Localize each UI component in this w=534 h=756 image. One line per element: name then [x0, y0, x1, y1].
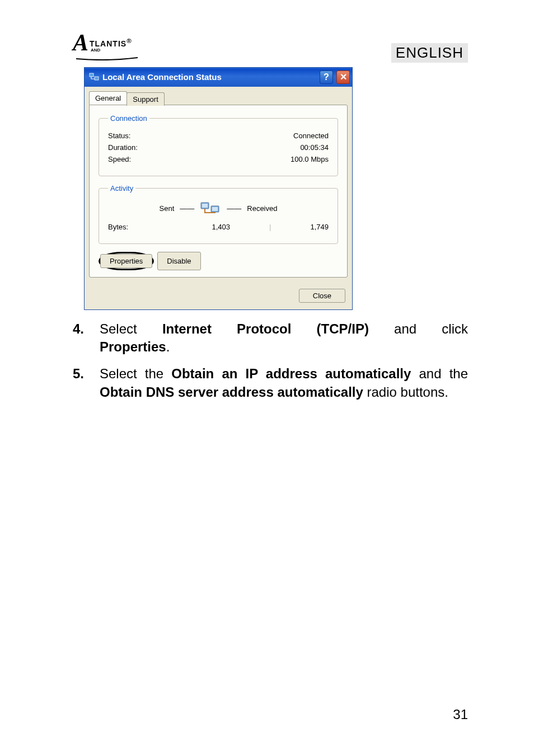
tab-body: Connection Status: Connected Duration: 0…	[89, 105, 348, 278]
dialog-title: Local Area Connection Status	[102, 72, 222, 82]
sent-label: Sent	[160, 204, 175, 213]
activity-legend: Activity	[108, 184, 135, 192]
svg-rect-1	[95, 77, 99, 80]
received-label: Received	[247, 204, 277, 213]
duration-label: Duration:	[108, 143, 138, 152]
titlebar[interactable]: Local Area Connection Status ? ✕	[85, 68, 352, 87]
close-icon-button[interactable]: ✕	[336, 71, 350, 84]
duration-value: 00:05:34	[300, 143, 329, 152]
help-button[interactable]: ?	[320, 71, 333, 84]
instruction-text: Select Internet Protocol (TCP/IP) and cl…	[100, 320, 468, 356]
activity-group: Activity Sent —— —— Received Bytes:	[99, 184, 338, 244]
connection-legend: Connection	[108, 114, 149, 123]
page-header: A TLANTIS® AND ENGLISH	[73, 34, 468, 63]
language-badge: ENGLISH	[391, 43, 468, 63]
close-button[interactable]: Close	[299, 289, 345, 303]
button-row: Properties Disable	[99, 252, 338, 270]
tab-strip: General Support	[89, 91, 348, 105]
speed-row: Speed: 100.0 Mbps	[108, 155, 329, 163]
logo-text: TLANTIS®	[90, 39, 132, 48]
activity-dash-icon: ——	[180, 204, 194, 213]
close-row: Close	[85, 283, 352, 309]
instruction-number: 5.	[73, 365, 86, 401]
logo: A TLANTIS® AND	[73, 34, 138, 63]
bytes-sent-value: 1,403	[212, 223, 231, 231]
network-icon	[89, 72, 99, 82]
activity-dash-icon: ——	[227, 204, 241, 213]
status-value: Connected	[293, 132, 329, 140]
bytes-received-value: 1,749	[310, 223, 329, 231]
divider-icon: |	[269, 223, 271, 231]
svg-rect-5	[212, 207, 218, 211]
logo-underline-icon	[76, 57, 138, 60]
properties-button[interactable]: Properties	[100, 254, 152, 268]
highlight-circle-icon: Properties	[99, 252, 154, 270]
computers-icon	[200, 200, 221, 217]
connection-status-dialog: Local Area Connection Status ? ✕ General…	[84, 67, 353, 310]
instruction-4: 4. Select Internet Protocol (TCP/IP) and…	[73, 320, 468, 356]
status-label: Status:	[108, 132, 130, 140]
tab-general[interactable]: General	[89, 91, 127, 105]
status-row: Status: Connected	[108, 132, 329, 140]
bytes-label: Bytes:	[108, 223, 128, 231]
duration-row: Duration: 00:05:34	[108, 143, 329, 152]
speed-label: Speed:	[108, 155, 131, 163]
instruction-5: 5. Select the Obtain an IP address autom…	[73, 365, 468, 401]
speed-value: 100.0 Mbps	[291, 155, 329, 163]
instruction-text: Select the Obtain an IP address automati…	[100, 365, 468, 401]
activity-header: Sent —— —— Received	[108, 200, 329, 217]
svg-rect-3	[202, 204, 208, 208]
page-number: 31	[453, 707, 468, 722]
logo-letter: A	[73, 34, 88, 53]
instruction-number: 4.	[73, 320, 86, 356]
svg-rect-0	[90, 73, 93, 77]
bytes-row: Bytes: 1,403 | 1,749	[108, 223, 329, 231]
connection-group: Connection Status: Connected Duration: 0…	[99, 114, 338, 176]
tab-support[interactable]: Support	[127, 92, 165, 106]
instructions: 4. Select Internet Protocol (TCP/IP) and…	[73, 320, 468, 402]
disable-button[interactable]: Disable	[157, 252, 200, 270]
